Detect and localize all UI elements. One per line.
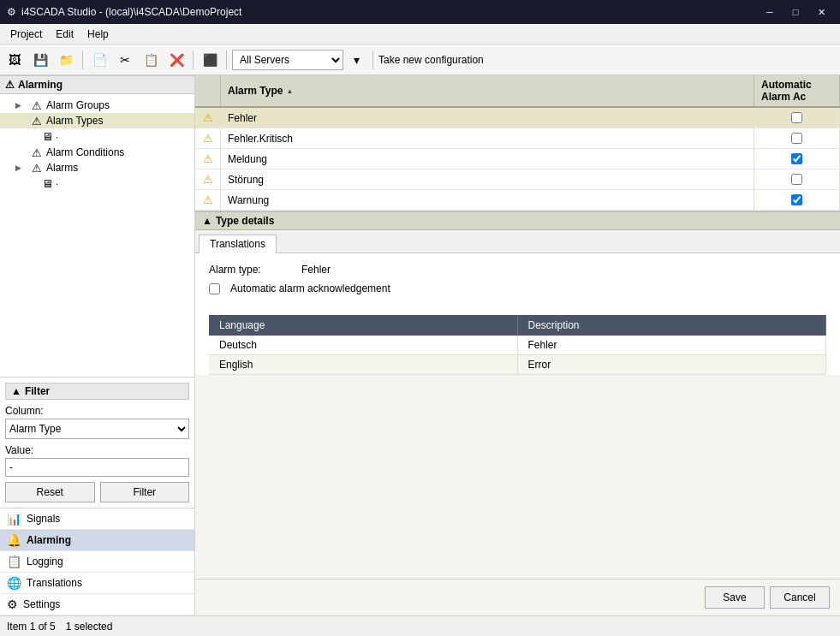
toolbar-btn-6[interactable]: 📋 — [140, 49, 162, 71]
app-icon: ⚙ — [7, 6, 16, 18]
tree-item-alarms-sub[interactable]: 🖥 · — [0, 175, 194, 192]
row-check-stoerung[interactable] — [754, 169, 840, 189]
trans-table-row[interactable]: Deutsch Fehler — [209, 336, 826, 355]
row-icon-fehler-kritisch: ⚠ — [195, 128, 221, 148]
warn-icon-fehler-kritisch: ⚠ — [203, 132, 213, 145]
table-row[interactable]: ⚠ Meldung — [195, 149, 840, 169]
menu-bar: Project Edit Help — [0, 24, 840, 45]
tree-item-alarm-types[interactable]: ⚠ Alarm Types — [0, 113, 194, 128]
trans-cell-description-1: Error — [518, 355, 827, 374]
menu-edit[interactable]: Edit — [49, 27, 80, 42]
tabs-bar: Translations — [195, 230, 840, 253]
toolbar-sep-3 — [226, 51, 227, 69]
nav-item-alarming[interactable]: 🔔 Alarming — [0, 530, 194, 551]
title-bar-left: ⚙ i4SCADA Studio - (local)\i4SCADA\DemoP… — [7, 6, 241, 18]
menu-help[interactable]: Help — [80, 27, 116, 42]
type-details-expand-icon: ▲ — [202, 215, 212, 227]
tree-item-alarm-groups[interactable]: ▶ ⚠ Alarm Groups — [0, 98, 194, 113]
warn-icon-warnung: ⚠ — [203, 193, 213, 206]
filter-column-select[interactable]: Alarm Type — [5, 419, 189, 439]
row-label-warnung: Warnung — [221, 190, 754, 210]
row-icon-warnung: ⚠ — [195, 190, 221, 210]
toolbar-btn-3[interactable]: 📁 — [55, 49, 77, 71]
tree-label-alarm-groups: Alarm Groups — [46, 99, 110, 111]
nav-item-settings[interactable]: ⚙ Settings — [0, 594, 194, 615]
save-button[interactable]: Save — [705, 586, 765, 609]
tree-item-alarms[interactable]: ▶ ⚠ Alarms — [0, 160, 194, 175]
table-row[interactable]: ⚠ Fehler.Kritisch — [195, 128, 840, 149]
nav-label-logging: Logging — [27, 556, 63, 568]
menu-project[interactable]: Project — [3, 27, 49, 42]
toolbar-btn-5[interactable]: ✂ — [114, 49, 136, 71]
signals-icon: 📊 — [7, 512, 21, 526]
warn-icon-fehler: ⚠ — [203, 111, 213, 124]
filter-column-label: Column: — [5, 405, 189, 417]
toolbar-btn-7[interactable]: ❌ — [165, 49, 188, 71]
tree-item-alarm-types-sub[interactable]: 🖥 · — [0, 128, 194, 145]
table-row[interactable]: ⚠ Fehler — [195, 108, 840, 128]
action-bar: Save Cancel — [195, 579, 840, 615]
toolbar-btn-1[interactable]: 🖼 — [3, 49, 26, 71]
toolbar-sep-1 — [82, 51, 83, 69]
row-label-fehler-kritisch: Fehler.Kritisch — [221, 128, 754, 148]
trans-col-description: Description — [518, 315, 827, 336]
auto-ack-checkbox-fehler-kritisch[interactable] — [791, 133, 802, 144]
table-row[interactable]: ⚠ Störung — [195, 169, 840, 190]
sidebar: ⚠ Alarming ▶ ⚠ Alarm Groups ⚠ Alarm Type… — [0, 75, 195, 615]
row-label-stoerung: Störung — [221, 169, 754, 189]
filter-apply-button[interactable]: Filter — [100, 482, 190, 502]
translation-table: Language Description Deutsch Fehler Engl… — [209, 315, 826, 375]
sidebar-header: ⚠ Alarming — [0, 75, 194, 94]
cancel-button[interactable]: Cancel — [770, 586, 830, 609]
auto-ack-checkbox-stoerung[interactable] — [791, 174, 802, 185]
auto-ack-form-checkbox[interactable] — [209, 283, 220, 294]
status-item-count: Item 1 of 5 — [7, 621, 56, 633]
col-header-auto-ack[interactable]: Automatic Alarm Ac — [754, 75, 840, 106]
translations-icon: 🌐 — [7, 576, 21, 590]
sidebar-tree: ▶ ⚠ Alarm Groups ⚠ Alarm Types 🖥 · ⚠ Ala… — [0, 94, 194, 377]
row-check-fehler-kritisch[interactable] — [754, 128, 840, 148]
auto-ack-checkbox-warnung[interactable] — [791, 194, 802, 205]
trans-cell-description-0: Fehler — [518, 336, 827, 354]
nav-item-signals[interactable]: 📊 Signals — [0, 508, 194, 530]
row-check-meldung[interactable] — [754, 149, 840, 169]
maximize-button[interactable]: □ — [783, 3, 807, 21]
nav-label-translations: Translations — [27, 577, 82, 589]
auto-ack-row: Automatic alarm acknowledgement — [209, 282, 826, 294]
row-icon-fehler: ⚠ — [195, 108, 221, 128]
alarm-groups-icon: ⚠ — [30, 99, 44, 111]
minimize-button[interactable]: ─ — [758, 3, 782, 21]
row-check-warnung[interactable] — [754, 190, 840, 210]
row-check-fehler[interactable] — [754, 108, 840, 128]
filter-header[interactable]: ▲ Filter — [5, 383, 189, 400]
tree-expand-icon: ▶ — [15, 101, 27, 110]
server-dropdown-btn[interactable]: ▾ — [345, 49, 367, 71]
toolbar-sep-4 — [372, 51, 373, 69]
close-button[interactable]: ✕ — [809, 3, 833, 21]
nav-item-translations[interactable]: 🌐 Translations — [0, 573, 194, 594]
filter-title: Filter — [25, 385, 50, 397]
translation-form: Alarm type: Fehler Automatic alarm ackno… — [195, 253, 840, 312]
col-header-icon — [195, 75, 221, 106]
alarm-type-col-label: Alarm Type — [228, 85, 283, 97]
title-bar-controls: ─ □ ✕ — [758, 3, 833, 21]
auto-ack-checkbox-meldung[interactable] — [791, 153, 802, 164]
tab-translations[interactable]: Translations — [199, 235, 277, 253]
filter-value-input[interactable] — [5, 458, 189, 477]
row-label-fehler: Fehler — [221, 108, 754, 128]
col-header-alarm-type[interactable]: Alarm Type ▲ — [221, 75, 754, 106]
trans-table-row[interactable]: English Error — [209, 355, 826, 375]
window-title: i4SCADA Studio - (local)\i4SCADA\DemoPro… — [21, 6, 241, 18]
auto-ack-checkbox-fehler[interactable] — [791, 112, 802, 123]
toolbar-btn-8[interactable]: ⬛ — [199, 49, 221, 71]
filter-reset-button[interactable]: Reset — [5, 482, 95, 502]
server-select[interactable]: All Servers — [232, 50, 343, 70]
toolbar-btn-4[interactable]: 📄 — [88, 49, 110, 71]
toolbar-btn-2[interactable]: 💾 — [29, 49, 51, 71]
tree-item-alarm-conditions[interactable]: ⚠ Alarm Conditions — [0, 145, 194, 160]
type-details-panel: ▲ Type details Translations Alarm type: … — [195, 211, 840, 579]
filter-panel: ▲ Filter Column: Alarm Type Value: Reset… — [0, 377, 194, 508]
auto-ack-form-label: Automatic alarm acknowledgement — [230, 282, 390, 294]
table-row[interactable]: ⚠ Warnung — [195, 190, 840, 211]
nav-item-logging[interactable]: 📋 Logging — [0, 551, 194, 573]
